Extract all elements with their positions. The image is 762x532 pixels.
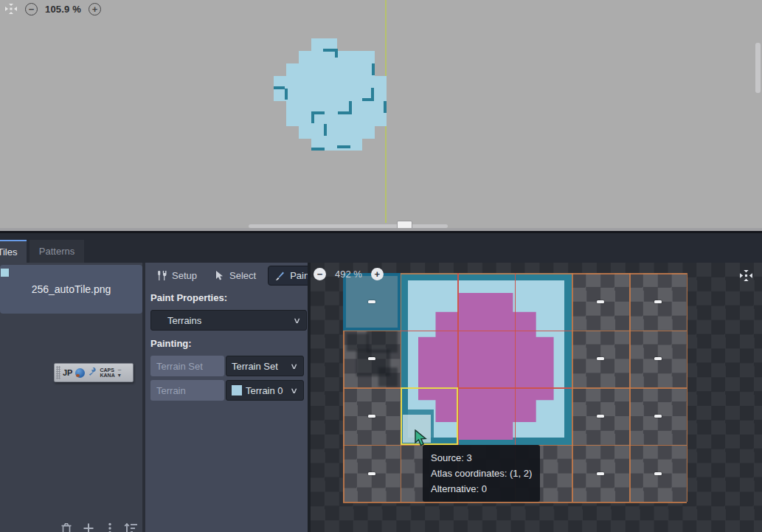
paint-mode-value: Terrains [167,315,201,326]
chevron-down-icon: ∨ [293,316,308,325]
zoom-level-label[interactable]: 105.9 % [45,4,81,15]
ime-grip-handle[interactable] [56,366,60,379]
ime-tools-icon[interactable] [88,367,97,379]
paint-mode-dropdown[interactable]: Terrains ∨ [150,310,307,331]
empty-tile-mark [368,415,375,418]
tilemap-properties-panel: Setup Select Paint [145,263,308,532]
tab-tiles-label: Tiles [0,246,17,258]
empty-tile-mark [368,300,375,303]
tab-tiles[interactable]: Tiles [0,240,27,263]
source-thumbnail [1,269,9,277]
scene-viewport[interactable]: − 105.9 % + [0,0,762,231]
source-item-label: 256_autoTile.png [32,283,111,295]
chevron-down-icon: ∨ [290,386,305,395]
empty-tile-mark [654,357,662,360]
empty-tile-mark [597,300,604,303]
godot-editor-window: − 105.9 % + Tiles Patterns 256_autoTile.… [0,0,762,532]
source-item-atlas[interactable]: 256_autoTile.png [0,265,142,314]
terrain-set-value: Terrain Set [232,361,278,372]
zoom-out-button[interactable]: − [25,3,38,15]
ime-language-label[interactable]: JP [63,368,72,377]
terrain-dropdown[interactable]: Terrain 0 ∨ [226,380,304,401]
tools-icon [156,270,167,281]
atlas-zoom-in-button[interactable]: + [371,268,384,280]
tilemap-tabbar: Tiles Patterns [0,233,762,263]
select-cursor-icon [215,270,225,281]
atlas-zoom-out-button[interactable]: − [314,268,326,280]
tab-patterns[interactable]: Patterns [30,240,84,263]
tile-tooltip: Source: 3 Atlas coordinates: (1, 2) Alte… [423,445,540,502]
delete-source-icon[interactable] [60,522,72,532]
painting-heading: Painting: [150,338,192,349]
painted-tilemap-blob [266,33,398,159]
empty-tile-mark [597,357,604,360]
sort-sources-icon[interactable] [124,522,139,532]
source-menu-icon[interactable] [108,522,112,532]
ime-minimize-options[interactable]: –▾ [118,367,121,379]
ime-kana-label[interactable]: KANA [100,373,114,378]
center-view-icon[interactable] [4,3,18,15]
chevron-down-icon: ∨ [290,362,305,371]
empty-tile-mark [368,357,375,360]
empty-tile-mark [368,472,375,475]
add-source-icon[interactable] [83,522,94,532]
empty-tile-mark [597,472,604,475]
terrain-color-swatch [232,385,242,395]
zoom-in-button[interactable]: + [89,3,101,15]
empty-tile-mark [654,472,662,475]
ime-caps-label[interactable]: CAPS [100,367,114,373]
select-mode-button[interactable]: Select [209,266,262,285]
setup-mode-button[interactable]: Setup [150,266,203,285]
empty-tile-mark [654,300,662,303]
atlas-center-view-icon[interactable] [739,269,753,284]
paint-brush-icon [274,270,285,281]
ime-mode-icon[interactable] [75,368,85,378]
sources-toolbar [0,521,142,532]
terrain-set-dropdown[interactable]: Terrain Set ∨ [226,356,304,376]
terrain-property-label: Terrain [150,380,224,401]
tooltip-source-line: Source: 3 [431,450,532,466]
atlas-view[interactable]: − 492 % + Source: 3 A [311,263,762,532]
select-label: Select [229,270,256,281]
empty-tile-mark [654,415,662,418]
atlas-zoom-label[interactable]: 492 % [335,269,362,280]
terrain-set-property-label: Terrain Set [150,356,224,376]
empty-tile-mark [597,415,604,418]
vertical-scrollbar-handle[interactable] [755,43,761,93]
tooltip-alternative-line: Alternative: 0 [431,481,532,497]
setup-label: Setup [172,270,197,281]
paint-properties-heading: Paint Properties: [150,292,227,303]
terrain-value: Terrain 0 [246,385,283,396]
ime-language-bar[interactable]: JP CAPS KANA –▾ [54,363,134,382]
tile-sources-list: 256_autoTile.png [0,263,142,532]
mouse-cursor [413,429,428,449]
tooltip-coords-line: Atlas coordinates: (1, 2) [431,466,532,481]
tab-patterns-label: Patterns [39,246,75,257]
